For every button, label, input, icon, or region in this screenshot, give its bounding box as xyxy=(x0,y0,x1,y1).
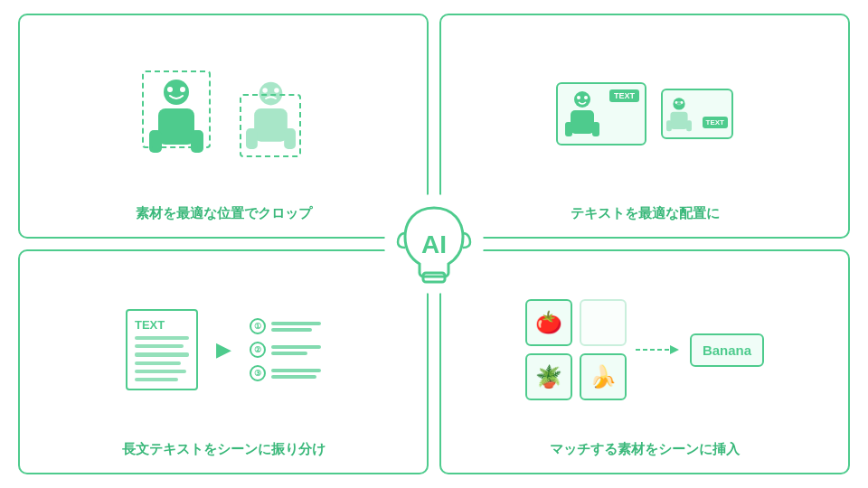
doc-line-2 xyxy=(135,344,184,348)
svg-point-13 xyxy=(577,96,580,99)
svg-marker-27 xyxy=(670,345,679,354)
list-line-3a xyxy=(271,369,321,372)
numbered-list: ① ② ③ xyxy=(250,318,321,381)
list-line-1a xyxy=(271,322,321,325)
crop-dashed-box-2 xyxy=(240,94,301,157)
dashed-arrow-container xyxy=(636,341,681,359)
list-line-2b xyxy=(271,352,307,355)
list-item-1: ① xyxy=(250,318,321,334)
doc-line-5 xyxy=(135,370,186,373)
list-line-1b xyxy=(271,328,312,332)
list-lines-2 xyxy=(271,345,321,355)
doc-text-label: TEXT xyxy=(135,318,189,332)
card-crop: 素材を最適な位置でクロップ xyxy=(18,14,429,239)
svg-rect-16 xyxy=(565,122,572,136)
icon-grid: 🍅 🪴 🍌 xyxy=(525,299,627,400)
card-long-text-label: 長文テキストをシーンに振り分け xyxy=(122,434,326,458)
text-badge-2: TEXT xyxy=(703,117,728,128)
icon-banana: 🍌 xyxy=(580,353,627,400)
screen-person-2 xyxy=(666,96,692,136)
card-text-placement: TEXT xyxy=(439,14,850,239)
doc-line-1 xyxy=(135,336,189,340)
card-long-text: TEXT ▶ ① ② xyxy=(18,249,429,474)
ai-center: AI xyxy=(384,194,484,294)
icon-tomato: 🍅 xyxy=(525,299,572,346)
icon-shovel: 🪴 xyxy=(525,353,572,400)
card-matching-label: マッチする素材をシーンに挿入 xyxy=(550,434,740,458)
screen-large: TEXT xyxy=(556,82,646,145)
arrow-right-icon: ▶ xyxy=(216,338,231,361)
svg-rect-25 xyxy=(686,120,692,131)
svg-rect-23 xyxy=(670,112,687,129)
text-badge-1: TEXT xyxy=(609,89,639,102)
long-text-illustration: TEXT ▶ ① ② xyxy=(126,266,321,434)
svg-point-14 xyxy=(584,96,588,99)
document-mock: TEXT xyxy=(126,309,198,390)
doc-line-6 xyxy=(135,378,178,381)
main-container: 素材を最適な位置でクロップ TEXT xyxy=(18,14,850,474)
screen-person-icon-1 xyxy=(565,89,599,136)
card-text-label: テキストを最適な配置に xyxy=(571,198,720,222)
person-unselected xyxy=(234,69,307,159)
matching-illustration: 🍅 🪴 🍌 Banana xyxy=(525,266,764,434)
circle-num-2: ② xyxy=(250,342,266,358)
svg-point-7 xyxy=(262,88,268,93)
svg-point-8 xyxy=(274,88,279,93)
doc-line-4 xyxy=(135,361,181,365)
crop-dashed-box xyxy=(142,70,211,148)
svg-rect-24 xyxy=(666,120,672,131)
card-crop-label: 素材を最適な位置でクロップ xyxy=(136,198,312,222)
list-item-2: ② xyxy=(250,342,321,358)
screen-person-icon-2 xyxy=(666,96,692,132)
svg-point-12 xyxy=(574,91,590,108)
list-lines-1 xyxy=(271,322,321,332)
list-item-3: ③ xyxy=(250,365,321,381)
list-lines-3 xyxy=(271,369,321,379)
svg-rect-15 xyxy=(571,110,594,134)
screen-person-1 xyxy=(565,89,599,140)
dashed-arrow-svg xyxy=(636,341,681,359)
list-line-2a xyxy=(271,345,321,349)
person-selected xyxy=(140,69,212,159)
text-placement-illustration: TEXT xyxy=(556,30,733,198)
svg-text:AI: AI xyxy=(421,230,447,258)
doc-line-3 xyxy=(135,352,189,356)
list-line-3b xyxy=(271,375,316,379)
result-label: Banana xyxy=(690,333,764,367)
card-matching: 🍅 🪴 🍌 Banana マッチする素材をシーンに挿入 xyxy=(439,249,850,474)
circle-num-1: ① xyxy=(250,318,266,334)
circle-num-3: ③ xyxy=(250,365,266,381)
crop-illustration xyxy=(140,30,307,198)
icon-empty xyxy=(580,299,627,346)
ai-head-svg: AI xyxy=(389,199,479,289)
svg-rect-17 xyxy=(592,122,599,136)
screen-small: TEXT xyxy=(661,89,733,139)
